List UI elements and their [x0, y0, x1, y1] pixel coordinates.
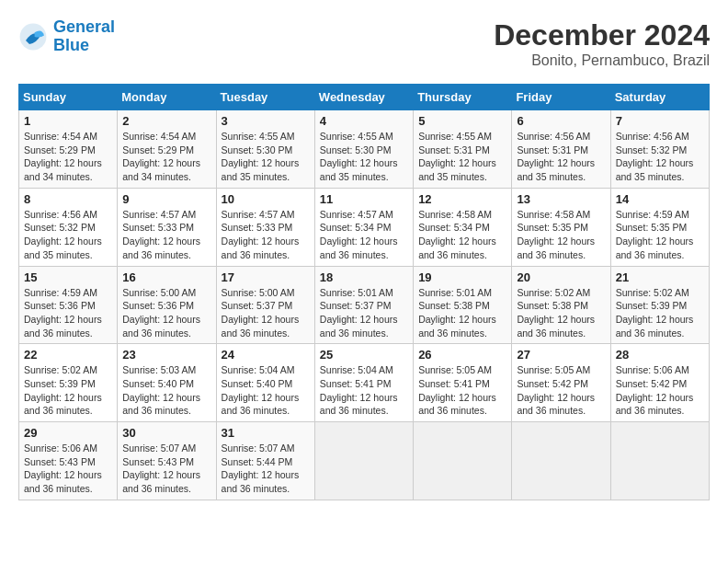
table-row: 4 Sunrise: 4:55 AM Sunset: 5:30 PM Dayli…	[314, 110, 413, 189]
day-info: Sunrise: 4:58 AM Sunset: 5:35 PM Dayligh…	[517, 208, 605, 262]
day-number: 7	[616, 114, 704, 128]
day-info: Sunrise: 5:02 AM Sunset: 5:38 PM Dayligh…	[517, 286, 605, 340]
calendar-table: Sunday Monday Tuesday Wednesday Thursday…	[18, 84, 710, 500]
day-info: Sunrise: 4:55 AM Sunset: 5:31 PM Dayligh…	[418, 130, 506, 184]
table-row: 26 Sunrise: 5:05 AM Sunset: 5:41 PM Dayl…	[414, 344, 512, 422]
calendar-subtitle: Bonito, Pernambuco, Brazil	[494, 52, 710, 69]
day-number: 19	[418, 270, 506, 284]
day-info: Sunrise: 5:03 AM Sunset: 5:40 PM Dayligh…	[122, 363, 210, 418]
table-row: 29 Sunrise: 5:06 AM Sunset: 5:43 PM Dayl…	[19, 422, 118, 500]
calendar-header-row: Sunday Monday Tuesday Wednesday Thursday…	[19, 85, 710, 110]
day-info: Sunrise: 4:54 AM Sunset: 5:29 PM Dayligh…	[122, 130, 210, 184]
calendar-title: December 2024	[494, 18, 710, 52]
table-row	[414, 422, 512, 500]
day-number: 6	[517, 114, 605, 128]
day-info: Sunrise: 4:59 AM Sunset: 5:36 PM Dayligh…	[24, 286, 112, 340]
table-row: 5 Sunrise: 4:55 AM Sunset: 5:31 PM Dayli…	[414, 110, 512, 189]
day-info: Sunrise: 4:57 AM Sunset: 5:33 PM Dayligh…	[122, 208, 210, 262]
header-monday: Monday	[118, 85, 216, 110]
day-number: 29	[24, 426, 112, 440]
table-row: 14 Sunrise: 4:59 AM Sunset: 5:35 PM Dayl…	[610, 188, 709, 266]
day-number: 4	[320, 114, 408, 128]
day-info: Sunrise: 5:00 AM Sunset: 5:37 PM Dayligh…	[222, 286, 310, 340]
day-info: Sunrise: 4:55 AM Sunset: 5:30 PM Dayligh…	[222, 130, 310, 184]
day-info: Sunrise: 4:56 AM Sunset: 5:32 PM Dayligh…	[24, 208, 112, 262]
table-row	[512, 422, 610, 500]
table-row: 30 Sunrise: 5:07 AM Sunset: 5:43 PM Dayl…	[118, 422, 216, 500]
day-info: Sunrise: 5:05 AM Sunset: 5:42 PM Dayligh…	[517, 363, 605, 418]
table-row: 31 Sunrise: 5:07 AM Sunset: 5:44 PM Dayl…	[216, 422, 314, 500]
day-number: 16	[122, 270, 210, 284]
day-info: Sunrise: 4:59 AM Sunset: 5:35 PM Dayligh…	[616, 208, 704, 262]
table-row: 7 Sunrise: 4:56 AM Sunset: 5:32 PM Dayli…	[610, 110, 709, 189]
day-number: 20	[517, 270, 605, 284]
day-info: Sunrise: 4:58 AM Sunset: 5:34 PM Dayligh…	[418, 208, 506, 262]
page-header: General Blue December 2024 Bonito, Perna…	[18, 18, 710, 69]
day-info: Sunrise: 5:06 AM Sunset: 5:43 PM Dayligh…	[24, 442, 112, 496]
day-info: Sunrise: 5:02 AM Sunset: 5:39 PM Dayligh…	[616, 286, 704, 340]
day-info: Sunrise: 4:55 AM Sunset: 5:30 PM Dayligh…	[320, 130, 408, 184]
calendar-week-row: 22 Sunrise: 5:02 AM Sunset: 5:39 PM Dayl…	[19, 344, 710, 422]
calendar-week-row: 15 Sunrise: 4:59 AM Sunset: 5:36 PM Dayl…	[19, 266, 710, 344]
table-row: 2 Sunrise: 4:54 AM Sunset: 5:29 PM Dayli…	[118, 110, 216, 189]
table-row	[610, 422, 709, 500]
day-number: 8	[24, 192, 112, 206]
day-info: Sunrise: 5:06 AM Sunset: 5:42 PM Dayligh…	[616, 363, 704, 418]
table-row: 21 Sunrise: 5:02 AM Sunset: 5:39 PM Dayl…	[610, 266, 709, 344]
calendar-week-row: 1 Sunrise: 4:54 AM Sunset: 5:29 PM Dayli…	[19, 110, 710, 189]
logo-icon	[18, 22, 48, 52]
table-row: 6 Sunrise: 4:56 AM Sunset: 5:31 PM Dayli…	[512, 110, 610, 189]
table-row: 9 Sunrise: 4:57 AM Sunset: 5:33 PM Dayli…	[118, 188, 216, 266]
day-info: Sunrise: 4:57 AM Sunset: 5:33 PM Dayligh…	[222, 208, 310, 262]
header-tuesday: Tuesday	[216, 85, 314, 110]
day-info: Sunrise: 4:56 AM Sunset: 5:31 PM Dayligh…	[517, 130, 605, 184]
day-number: 24	[222, 348, 310, 362]
day-number: 13	[517, 192, 605, 206]
header-thursday: Thursday	[414, 85, 512, 110]
day-number: 12	[418, 192, 506, 206]
table-row: 28 Sunrise: 5:06 AM Sunset: 5:42 PM Dayl…	[610, 344, 709, 422]
day-number: 5	[418, 114, 506, 128]
day-number: 9	[122, 192, 210, 206]
table-row: 18 Sunrise: 5:01 AM Sunset: 5:37 PM Dayl…	[314, 266, 413, 344]
day-info: Sunrise: 5:01 AM Sunset: 5:38 PM Dayligh…	[418, 286, 506, 340]
table-row: 1 Sunrise: 4:54 AM Sunset: 5:29 PM Dayli…	[19, 110, 118, 189]
day-number: 3	[222, 114, 310, 128]
table-row: 11 Sunrise: 4:57 AM Sunset: 5:34 PM Dayl…	[314, 188, 413, 266]
day-info: Sunrise: 5:07 AM Sunset: 5:44 PM Dayligh…	[222, 442, 310, 496]
header-saturday: Saturday	[610, 85, 709, 110]
day-number: 10	[222, 192, 310, 206]
table-row: 22 Sunrise: 5:02 AM Sunset: 5:39 PM Dayl…	[19, 344, 118, 422]
table-row: 25 Sunrise: 5:04 AM Sunset: 5:41 PM Dayl…	[314, 344, 413, 422]
day-info: Sunrise: 4:57 AM Sunset: 5:34 PM Dayligh…	[320, 208, 408, 262]
day-number: 17	[222, 270, 310, 284]
day-number: 18	[320, 270, 408, 284]
calendar-week-row: 29 Sunrise: 5:06 AM Sunset: 5:43 PM Dayl…	[19, 422, 710, 500]
day-number: 27	[517, 348, 605, 362]
logo-text: General Blue	[53, 18, 115, 55]
day-info: Sunrise: 5:02 AM Sunset: 5:39 PM Dayligh…	[24, 363, 112, 418]
day-number: 30	[122, 426, 210, 440]
day-number: 22	[24, 348, 112, 362]
day-info: Sunrise: 5:00 AM Sunset: 5:36 PM Dayligh…	[122, 286, 210, 340]
day-number: 28	[616, 348, 704, 362]
table-row: 20 Sunrise: 5:02 AM Sunset: 5:38 PM Dayl…	[512, 266, 610, 344]
table-row	[314, 422, 413, 500]
day-info: Sunrise: 5:01 AM Sunset: 5:37 PM Dayligh…	[320, 286, 408, 340]
day-info: Sunrise: 4:54 AM Sunset: 5:29 PM Dayligh…	[24, 130, 112, 184]
table-row: 12 Sunrise: 4:58 AM Sunset: 5:34 PM Dayl…	[414, 188, 512, 266]
day-info: Sunrise: 5:07 AM Sunset: 5:43 PM Dayligh…	[122, 442, 210, 496]
title-block: December 2024 Bonito, Pernambuco, Brazil	[494, 18, 710, 69]
day-info: Sunrise: 5:05 AM Sunset: 5:41 PM Dayligh…	[418, 363, 506, 418]
day-number: 25	[320, 348, 408, 362]
day-number: 15	[24, 270, 112, 284]
day-number: 31	[222, 426, 310, 440]
table-row: 27 Sunrise: 5:05 AM Sunset: 5:42 PM Dayl…	[512, 344, 610, 422]
table-row: 24 Sunrise: 5:04 AM Sunset: 5:40 PM Dayl…	[216, 344, 314, 422]
day-number: 23	[122, 348, 210, 362]
table-row: 10 Sunrise: 4:57 AM Sunset: 5:33 PM Dayl…	[216, 188, 314, 266]
day-number: 11	[320, 192, 408, 206]
table-row: 23 Sunrise: 5:03 AM Sunset: 5:40 PM Dayl…	[118, 344, 216, 422]
day-info: Sunrise: 5:04 AM Sunset: 5:40 PM Dayligh…	[222, 363, 310, 418]
table-row: 13 Sunrise: 4:58 AM Sunset: 5:35 PM Dayl…	[512, 188, 610, 266]
